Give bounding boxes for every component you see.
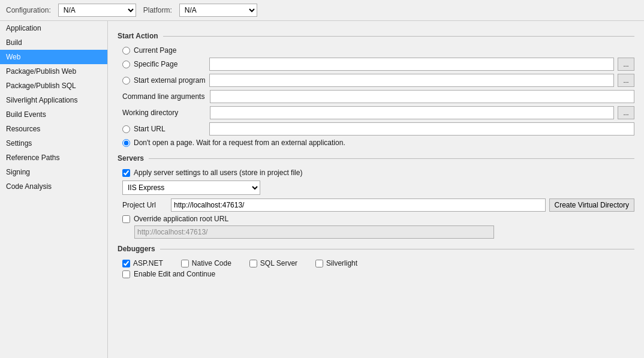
working-dir-browse-button[interactable]: ... (618, 106, 634, 119)
specific-page-row: Specific Page ... (122, 58, 634, 71)
sidebar-item-settings[interactable]: Settings (0, 136, 107, 151)
servers-divider (149, 158, 634, 159)
aspnet-item: ASP.NET (122, 259, 163, 267)
aspnet-checkbox[interactable] (122, 260, 130, 267)
silverlight-label: Silverlight (326, 259, 357, 267)
sidebar-item-package-publish-sql[interactable]: Package/Publish SQL (0, 79, 107, 93)
specific-page-input[interactable] (209, 58, 614, 71)
start-action-label: Start Action (118, 32, 158, 40)
server-select-row: IIS ExpressLocal IISExternal HostCustom … (122, 180, 634, 195)
override-url-row (134, 225, 634, 239)
working-dir-input[interactable] (210, 106, 614, 119)
server-select[interactable]: IIS ExpressLocal IISExternal HostCustom … (122, 180, 260, 195)
sidebar-item-code-analysis[interactable]: Code Analysis (0, 179, 107, 194)
debuggers-label: Debuggers (118, 245, 155, 253)
sidebar-item-application[interactable]: Application (0, 21, 107, 35)
sidebar-item-silverlight-applications[interactable]: Silverlight Applications (0, 93, 107, 107)
debuggers-header: Debuggers (118, 245, 634, 253)
sidebar-item-build[interactable]: Build (0, 35, 107, 50)
edit-continue-label: Enable Edit and Continue (134, 270, 215, 278)
override-row: Override application root URL (122, 215, 634, 223)
aspnet-label: ASP.NET (133, 259, 163, 267)
sidebar-item-signing[interactable]: Signing (0, 165, 107, 179)
native-item: Native Code (181, 259, 231, 267)
sidebar-item-resources[interactable]: Resources (0, 122, 107, 136)
debuggers-row: ASP.NET Native Code SQL Server Silverlig… (122, 259, 634, 267)
current-page-label: Current Page (134, 46, 176, 55)
native-checkbox[interactable] (181, 260, 189, 267)
servers-label: Servers (118, 154, 144, 163)
working-dir-label: Working directory (122, 109, 206, 117)
start-action-header: Start Action (118, 32, 634, 40)
start-url-radio[interactable] (122, 125, 130, 133)
dont-open-radio[interactable] (122, 139, 130, 147)
override-label: Override application root URL (134, 215, 228, 223)
working-dir-row: Working directory ... (122, 106, 634, 119)
sidebar-item-reference-paths[interactable]: Reference Paths (0, 151, 107, 165)
start-action-divider (163, 36, 634, 37)
start-url-row: Start URL (122, 122, 634, 136)
project-url-label: Project Url (122, 201, 167, 209)
sidebar-item-web[interactable]: Web (0, 50, 107, 64)
specific-page-radio[interactable] (122, 61, 130, 68)
override-url-input[interactable] (134, 225, 494, 239)
start-url-input[interactable] (209, 122, 634, 136)
main-content: ApplicationBuildWebPackage/Publish WebPa… (0, 21, 644, 358)
sql-checkbox[interactable] (249, 260, 257, 267)
debuggers-divider (160, 249, 634, 249)
start-external-radio[interactable] (122, 77, 130, 85)
apply-server-label: Apply server settings to all users (stor… (134, 169, 302, 177)
platform-select[interactable]: N/AAny CPUx86x64 (179, 4, 257, 17)
silverlight-checkbox[interactable] (315, 260, 323, 267)
start-external-label: Start external program (134, 76, 206, 85)
configuration-select[interactable]: N/ADebugRelease (58, 4, 136, 17)
start-external-input[interactable] (209, 74, 614, 87)
command-line-input[interactable] (210, 90, 634, 103)
specific-page-browse-button[interactable]: ... (618, 58, 634, 71)
apply-server-checkbox[interactable] (122, 169, 130, 177)
current-page-row: Current Page (122, 46, 634, 55)
sidebar: ApplicationBuildWebPackage/Publish WebPa… (0, 21, 108, 358)
create-virtual-directory-button[interactable]: Create Virtual Directory (549, 198, 635, 212)
start-external-row: Start external program ... (122, 74, 634, 87)
start-external-browse-button[interactable]: ... (618, 74, 634, 87)
sidebar-item-package-publish-web[interactable]: Package/Publish Web (0, 64, 107, 79)
top-bar: Configuration: N/ADebugRelease Platform:… (0, 0, 644, 21)
native-label: Native Code (192, 259, 231, 267)
servers-header: Servers (118, 154, 634, 163)
override-checkbox[interactable] (122, 215, 130, 223)
dont-open-row: Don't open a page. Wait for a request fr… (122, 139, 634, 147)
project-url-input[interactable] (171, 198, 546, 212)
command-line-row: Command line arguments (122, 90, 634, 103)
command-line-label: Command line arguments (122, 92, 206, 101)
sql-item: SQL Server (249, 259, 297, 267)
edit-continue-row: Enable Edit and Continue (122, 270, 634, 278)
current-page-radio[interactable] (122, 47, 130, 55)
apply-server-row: Apply server settings to all users (stor… (122, 169, 634, 177)
specific-page-label: Specific Page (134, 60, 206, 68)
silverlight-item: Silverlight (315, 259, 357, 267)
project-url-row: Project Url Create Virtual Directory (122, 198, 634, 212)
start-url-label: Start URL (134, 125, 206, 133)
configuration-label: Configuration: (6, 6, 51, 14)
edit-continue-checkbox[interactable] (122, 270, 130, 278)
dont-open-label: Don't open a page. Wait for a request fr… (134, 139, 345, 147)
sql-label: SQL Server (260, 259, 297, 267)
platform-label: Platform: (143, 6, 172, 14)
content-area: Start Action Current Page Specific Page … (108, 21, 644, 358)
sidebar-item-build-events[interactable]: Build Events (0, 107, 107, 122)
